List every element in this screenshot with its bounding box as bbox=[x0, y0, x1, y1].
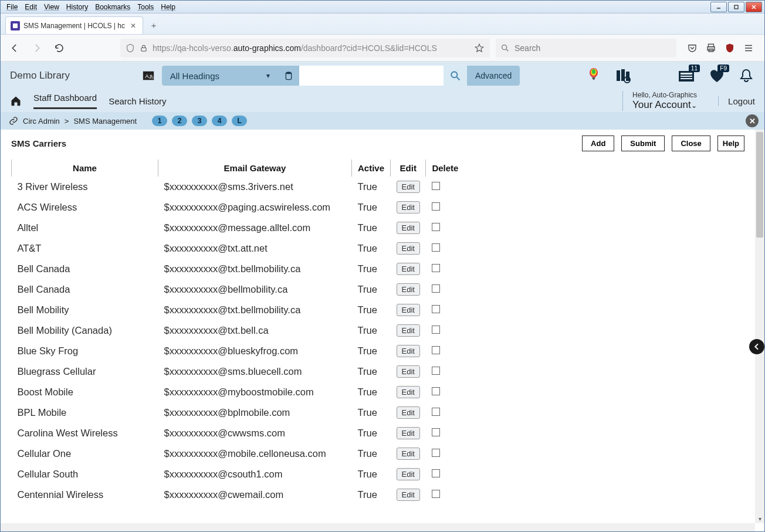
menu-edit[interactable]: Edit bbox=[21, 2, 40, 12]
vertical-scrollbar[interactable]: ▾ bbox=[755, 130, 764, 523]
delete-checkbox[interactable] bbox=[432, 469, 440, 477]
crumb-pill-4[interactable]: 4 bbox=[212, 116, 227, 126]
delete-checkbox[interactable] bbox=[432, 202, 440, 211]
delete-checkbox[interactable] bbox=[432, 387, 440, 395]
edit-button[interactable]: Edit bbox=[397, 427, 420, 439]
menu-file[interactable]: File bbox=[3, 2, 21, 12]
col-name[interactable]: Name bbox=[12, 160, 158, 177]
address-bar[interactable]: https://qa-hcols-verso.auto-graphics.com… bbox=[120, 39, 490, 57]
delete-checkbox[interactable] bbox=[432, 223, 440, 231]
database-icon[interactable] bbox=[278, 66, 299, 86]
add-button[interactable]: Add bbox=[582, 135, 614, 151]
horizontal-scrollbar[interactable] bbox=[1, 523, 755, 532]
logout-link[interactable]: Logout bbox=[718, 96, 755, 106]
svg-rect-22 bbox=[617, 70, 620, 81]
menu-history[interactable]: History bbox=[63, 2, 92, 12]
bell-icon[interactable] bbox=[737, 67, 755, 84]
crumb-pill-l[interactable]: L bbox=[232, 116, 247, 126]
edit-button[interactable]: Edit bbox=[397, 324, 420, 337]
edit-button[interactable]: Edit bbox=[397, 181, 420, 193]
catalog-search-button[interactable] bbox=[444, 66, 467, 86]
cell-edit: Edit bbox=[391, 279, 426, 300]
edit-button[interactable]: Edit bbox=[397, 222, 420, 234]
account-menu[interactable]: Hello, Auto-Graphics Your Account⌄ bbox=[622, 91, 697, 111]
reload-button[interactable] bbox=[51, 40, 67, 56]
col-gateway[interactable]: Email Gateway bbox=[158, 160, 352, 177]
dropdown-label: All Headings bbox=[170, 71, 219, 81]
window-maximize-button[interactable] bbox=[728, 2, 744, 12]
print-icon[interactable] bbox=[706, 43, 716, 53]
advanced-search-button[interactable]: Advanced bbox=[467, 66, 520, 86]
search-scope-dropdown[interactable]: All Headings ▾ bbox=[162, 66, 278, 86]
menu-view[interactable]: View bbox=[40, 2, 63, 12]
delete-checkbox[interactable] bbox=[432, 264, 440, 272]
table-row: Cellular South$xxxxxxxxxx@csouth1.comTru… bbox=[12, 464, 465, 484]
edit-button[interactable]: Edit bbox=[397, 489, 420, 501]
forward-button[interactable] bbox=[29, 40, 45, 56]
crumb-pill-2[interactable]: 2 bbox=[172, 116, 187, 126]
catalog-search-input[interactable] bbox=[299, 66, 444, 86]
delete-checkbox[interactable] bbox=[432, 305, 440, 313]
edit-button[interactable]: Edit bbox=[397, 283, 420, 296]
edit-button[interactable]: Edit bbox=[397, 386, 420, 398]
edit-button[interactable]: Edit bbox=[397, 468, 420, 480]
news-icon[interactable]: 11 bbox=[679, 67, 696, 84]
edit-button[interactable]: Edit bbox=[397, 365, 420, 378]
menu-help[interactable]: Help bbox=[157, 2, 179, 12]
tab-close-button[interactable]: ✕ bbox=[128, 21, 138, 31]
crumb-2[interactable]: SMS Management bbox=[73, 117, 137, 126]
edit-button[interactable]: Edit bbox=[397, 263, 420, 275]
delete-checkbox[interactable] bbox=[432, 408, 440, 416]
scroll-down-arrow[interactable]: ▾ bbox=[755, 514, 764, 523]
delete-checkbox[interactable] bbox=[432, 490, 440, 498]
menu-tools[interactable]: Tools bbox=[134, 2, 157, 12]
close-button[interactable]: Close bbox=[672, 135, 710, 151]
favorites-heart-icon[interactable]: F9 bbox=[708, 67, 726, 84]
window-minimize-button[interactable] bbox=[710, 2, 727, 12]
col-delete[interactable]: Delete bbox=[426, 160, 465, 177]
edit-button[interactable]: Edit bbox=[397, 201, 420, 214]
edit-button[interactable]: Edit bbox=[397, 345, 420, 357]
delete-checkbox[interactable] bbox=[432, 182, 440, 190]
pocket-icon[interactable] bbox=[687, 43, 698, 53]
delete-checkbox[interactable] bbox=[432, 346, 440, 354]
nav-staff-dashboard[interactable]: Staff Dashboard bbox=[33, 93, 97, 109]
cell-active: True bbox=[352, 218, 391, 238]
cell-delete bbox=[426, 177, 465, 197]
close-panel-button[interactable]: ✕ bbox=[746, 114, 759, 127]
edit-button[interactable]: Edit bbox=[397, 304, 420, 316]
delete-checkbox[interactable] bbox=[432, 284, 440, 293]
browser-tab-active[interactable]: SMS Management | HCOLS | hc ✕ bbox=[5, 16, 143, 34]
crumb-pill-3[interactable]: 3 bbox=[192, 116, 207, 126]
edit-button[interactable]: Edit bbox=[397, 406, 420, 419]
crumb-1[interactable]: Circ Admin bbox=[23, 117, 60, 126]
col-edit[interactable]: Edit bbox=[391, 160, 426, 177]
edit-button[interactable]: Edit bbox=[397, 448, 420, 460]
scrollbar-thumb[interactable] bbox=[756, 132, 763, 238]
edit-button[interactable]: Edit bbox=[397, 242, 420, 255]
hamburger-menu-icon[interactable] bbox=[743, 43, 754, 53]
back-button[interactable] bbox=[6, 40, 23, 56]
browser-search-box[interactable]: Search bbox=[496, 39, 676, 57]
window-close-button[interactable] bbox=[746, 2, 762, 12]
resources-icon[interactable] bbox=[614, 67, 632, 84]
col-active[interactable]: Active bbox=[352, 160, 391, 177]
help-button[interactable]: Help bbox=[717, 135, 744, 151]
translate-icon[interactable]: Aあ bbox=[141, 68, 156, 83]
delete-checkbox[interactable] bbox=[432, 243, 440, 252]
new-tab-button[interactable]: ＋ bbox=[145, 18, 162, 34]
submit-button[interactable]: Submit bbox=[621, 135, 665, 151]
bookmark-star-icon[interactable] bbox=[474, 43, 485, 53]
crumb-pill-1[interactable]: 1 bbox=[152, 116, 167, 126]
cell-active: True bbox=[352, 464, 391, 484]
delete-checkbox[interactable] bbox=[432, 449, 440, 457]
menu-bookmarks[interactable]: Bookmarks bbox=[92, 2, 134, 12]
balloon-icon[interactable] bbox=[585, 67, 602, 84]
delete-checkbox[interactable] bbox=[432, 428, 440, 436]
nav-search-history[interactable]: Search History bbox=[109, 96, 166, 106]
delete-checkbox[interactable] bbox=[432, 326, 440, 334]
ublock-icon[interactable] bbox=[725, 43, 735, 53]
delete-checkbox[interactable] bbox=[432, 367, 440, 375]
home-icon[interactable] bbox=[10, 95, 22, 107]
cell-edit: Edit bbox=[391, 382, 426, 402]
